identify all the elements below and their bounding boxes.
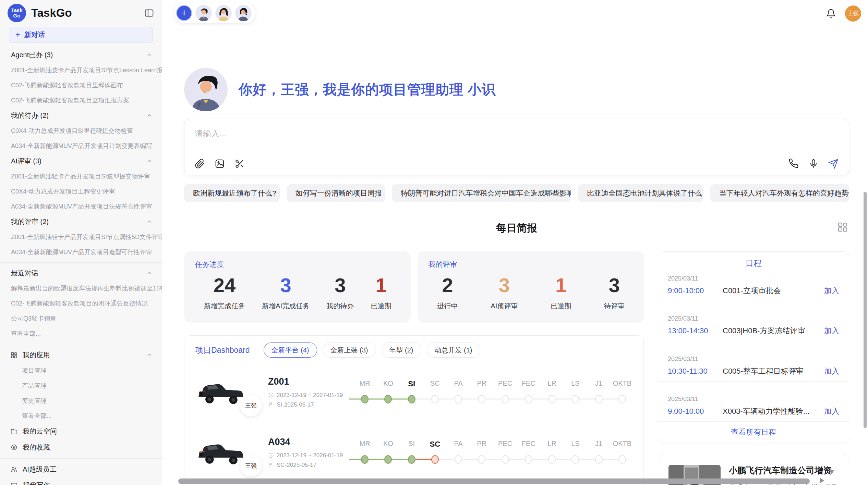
project-name: Z001 (268, 376, 353, 387)
new-chat-button[interactable]: + 新对话 (9, 27, 153, 42)
sidebar-section-header[interactable]: 我的评审 (2) (0, 214, 162, 229)
assistant-avatar-3[interactable] (235, 5, 252, 21)
sidebar-item-medal[interactable]: 我的收藏 (0, 439, 162, 456)
composer-right-icons (788, 159, 839, 169)
scissors-icon[interactable] (234, 159, 245, 169)
sidebar-item[interactable]: Z001-全新燃油皮卡产品开发项目SI节点Lesson Learn报告 (0, 63, 162, 78)
dashboard-tab[interactable]: 全新平台 (4) (264, 343, 317, 358)
sidebar-item[interactable]: A034-全新新能源MUV产品开发项目计划变更表编写 (0, 138, 162, 153)
milestone-dot (455, 395, 462, 403)
view-all-schedule-link[interactable]: 查看所有日程 (658, 422, 849, 440)
milestone-dot (431, 455, 439, 464)
recent-conversation-item[interactable]: C02-飞腾新能源轻客改款项目的闭环通告反馈情况 (0, 296, 162, 311)
stat-label: 新增完成任务 (204, 301, 245, 311)
assistant-avatar-1[interactable] (195, 5, 212, 21)
sidebar-item[interactable]: C02-飞腾新能源轻客改款项目里程碑画布 (0, 78, 162, 93)
milestone: LR (540, 440, 564, 465)
user-avatar[interactable]: 王强 (845, 5, 861, 22)
phone-icon[interactable] (788, 159, 799, 169)
recent-conversations: 解释最新出台的欧盟报废车法规再生塑料比例被调至15%...C02-飞腾新能源轻客… (0, 281, 162, 341)
schedule-list: 2025/03/119:00-10:00C001-立项审批会加入2025/03/… (658, 271, 849, 422)
owner-badge: 王强 (240, 455, 262, 477)
suggestion-chip[interactable]: 特朗普可能对进口汽车增税会对中国车企造成哪些影响 (392, 184, 571, 202)
milestone: LR (540, 380, 564, 405)
milestone-label: PEC (494, 440, 517, 450)
milestone: PA (447, 380, 470, 405)
schedule-event-name: C001-立项审批会 (723, 286, 824, 296)
my-apps-list: 项目管理产品管理变更管理查看全部... (0, 363, 162, 423)
sidebar-item[interactable]: Z001-全新燃油轻卡产品开发项目SI节点属性5D文件评审 (0, 229, 162, 245)
sidebar-item[interactable]: A034-全新新能源MUV产品开发项目法规符合性评审 (0, 199, 162, 214)
sidebar-collapse-icon[interactable] (144, 8, 154, 18)
milestone: MR (353, 380, 376, 405)
sidebar-section-header[interactable]: Agent已办 (3) (0, 47, 162, 63)
chevron-up-icon (146, 52, 153, 59)
milestone-dot (571, 395, 579, 403)
new-chat-label: 新对话 (24, 30, 45, 39)
sidebar-item[interactable]: Z001-全新燃油轻卡产品开发项目SI造型提交物评审 (0, 169, 162, 184)
my-app-item[interactable]: 项目管理 (0, 363, 162, 378)
greeting-block: 你好，王强，我是你的项目管理助理 小识 (184, 68, 849, 111)
sidebar-section-header[interactable]: 我的待办 (2) (0, 108, 162, 123)
write-icon (10, 482, 18, 485)
sidebar-item[interactable]: A034-全新新能源MUV产品开发项目造型可行性评审 (0, 245, 162, 260)
sidebar-item-people[interactable]: AI超级员工 (0, 461, 162, 477)
microphone-icon[interactable] (808, 159, 819, 169)
chat-input[interactable] (195, 128, 839, 159)
stat-value: 3 (262, 274, 310, 296)
milestone: KO (376, 380, 400, 405)
view-all-conversations-link[interactable]: 查看全部... (0, 326, 162, 341)
my-app-item[interactable]: 变更管理 (0, 393, 162, 408)
sidebar-item[interactable]: C02-飞腾新能源轻客改款项目立项汇报方案 (0, 93, 162, 108)
assistant-avatar-2[interactable] (215, 5, 232, 21)
join-button[interactable]: 加入 (824, 366, 839, 376)
suggestion-chip[interactable]: 如何写一份清晰的项目周报 (287, 184, 385, 202)
send-icon[interactable] (828, 159, 839, 169)
dashboard-tab[interactable]: 年型 (2) (382, 343, 421, 358)
milestone-label: OKTB (611, 440, 634, 450)
sidebar-section-header-recent[interactable]: 最近对话 (0, 265, 162, 281)
sidebar-item[interactable]: C0X4-动力总成开发项目SI里程碑提交物检查 (0, 123, 162, 138)
chevron-up-icon (146, 270, 153, 277)
sidebar-item-write[interactable]: 帮我写作 (0, 477, 162, 485)
join-button[interactable]: 加入 (824, 406, 839, 416)
recent-conversation-item[interactable]: 解释最新出台的欧盟报废车法规再生塑料比例被调至15%... (0, 281, 162, 296)
join-button[interactable]: 加入 (824, 326, 839, 336)
add-assistant-button[interactable]: + (176, 5, 192, 21)
horizontal-scrollbar-thumb[interactable] (178, 478, 810, 484)
image-icon[interactable] (215, 159, 225, 169)
my-app-item[interactable]: 产品管理 (0, 378, 162, 393)
scroll-right-arrow[interactable] (820, 478, 824, 483)
milestone-track: MRKOSISCPAPRPECFECLRLSJ1OKTB (353, 380, 634, 405)
milestone-dot (361, 455, 369, 464)
notification-bell-icon[interactable] (826, 9, 836, 19)
suggestion-chip[interactable]: 比亚迪全固态电池计划具体说了什么 (578, 184, 703, 202)
sidebar-links: 我的云空间我的收藏 (0, 423, 162, 456)
stat-value: 3 (326, 274, 354, 296)
sidebar-item-folder[interactable]: 我的云空间 (0, 423, 162, 439)
vertical-scrollbar-thumb[interactable] (864, 192, 867, 428)
stat: 3新增AI完成任务 (262, 274, 310, 311)
project-row[interactable]: 王强Z0012023-12-19 ~ 2027-01-19SI-2025-05-… (195, 366, 634, 418)
milestone-label: PA (447, 440, 470, 450)
layout-grid-icon[interactable] (837, 221, 848, 233)
schedule-date: 2025/03/11 (668, 356, 839, 363)
dashboard-tab[interactable]: 动总开发 (1) (427, 343, 480, 358)
dashboard-tab[interactable]: 全新上装 (3) (323, 343, 376, 358)
join-button[interactable]: 加入 (824, 286, 839, 296)
project-row[interactable]: 王强A0342023-12-19 ~ 2026-01-19SC-2025-05-… (195, 427, 634, 478)
suggestion-chip[interactable]: 欧洲新规最近颁布了什么? (184, 184, 280, 202)
sidebar-section-header[interactable]: AI评审 (3) (0, 153, 162, 169)
scroll-down-arrow[interactable] (829, 470, 834, 474)
project-dates: 2023-12-19 ~ 2026-01-19 (277, 452, 343, 459)
sidebar-item-my-apps[interactable]: 我的应用 (0, 347, 162, 363)
sidebar-item[interactable]: C0X4-动力总成开发项目工程变更评审 (0, 184, 162, 199)
stat-card-title: 我的评审 (429, 260, 634, 269)
recent-conversation-item[interactable]: 公司Q3轻卡销量 (0, 311, 162, 326)
attachment-icon[interactable] (195, 159, 205, 169)
folder-icon (10, 428, 18, 435)
view-all-apps-link[interactable]: 查看全部... (0, 408, 162, 423)
suggestion-chip[interactable]: 当下年轻人对汽车外观有怎样的喜好趋势 (710, 184, 849, 202)
sidebar-tools: AI超级员工帮我写作创意制图 (0, 461, 162, 485)
stat-label: 已逾期 (551, 301, 571, 311)
